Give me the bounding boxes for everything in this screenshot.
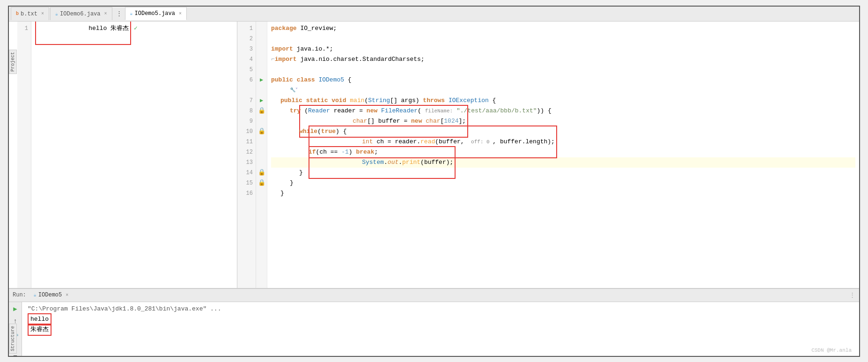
run-tab-close[interactable]: ×	[66, 293, 68, 298]
left-code-content[interactable]: hello 朱睿杰 ✓	[31, 22, 237, 288]
tab-btxt[interactable]: b b.txt ×	[11, 7, 49, 20]
right-code-content[interactable]: package IO_review; import java.io.*; ⌐im…	[267, 22, 859, 288]
ide-window: b b.txt × ☕ IODemo6.java × ⋮ ☕ IODemo5.j…	[8, 6, 860, 357]
left-line-1: hello 朱睿杰 ✓	[35, 23, 233, 34]
tab-more-button[interactable]: ⋮	[113, 8, 125, 19]
run-output-line-1: hello	[28, 314, 853, 325]
left-editor-panel: 1 hello 朱睿杰 ✓	[17, 22, 237, 288]
tab-iodemo6[interactable]: ☕ IODemo6.java ×	[50, 7, 112, 20]
iodemo5-icon: ☕	[130, 11, 133, 16]
tab-btxt-close[interactable]: ×	[41, 11, 44, 16]
tab-bar: b b.txt × ☕ IODemo6.java × ⋮ ☕ IODemo5.j…	[9, 7, 859, 22]
code-line-7: public static void main(String[] args) t…	[271, 96, 855, 106]
code-line-16: }	[271, 188, 855, 199]
left-line-1-content: hello 朱睿杰	[88, 25, 129, 32]
run-tab-bar: Run: ☕ IODemo5 × ⋮	[9, 289, 859, 302]
run-zhurj-boxed: 朱睿杰	[28, 324, 51, 336]
run-output: "C:\Program Files\Java\jdk1.8.0_281\bin\…	[22, 302, 859, 356]
checkmark-icon: ✓	[134, 23, 138, 34]
main-area: Project 1 hello 朱睿杰 ✓	[9, 22, 859, 288]
run-tab-iodemo5[interactable]: ☕ IODemo5 ×	[30, 291, 72, 299]
tab-btxt-label: b.txt	[21, 11, 37, 17]
tab-iodemo5-label: IODemo5.java	[135, 10, 175, 17]
tab-iodemo6-close[interactable]: ×	[104, 11, 107, 16]
run-tab-icon: ☕	[34, 292, 37, 298]
code-line-11: int ch = reader.read(buffer, off: 0 , bu…	[271, 137, 855, 147]
code-line-3: import java.io.*;	[271, 44, 855, 54]
line13-redbox: System.out.print(buffer);	[309, 146, 456, 179]
code-line-1: package IO_review;	[271, 23, 855, 34]
run-output-line-2: 朱睿杰	[28, 325, 853, 335]
code-line-9: char[] buffer = new char[1024];	[271, 116, 855, 126]
run-icon-6[interactable]: ▶	[256, 75, 267, 85]
left-line-numbers: 1	[17, 22, 31, 288]
code-line-2	[271, 34, 855, 44]
run-icon-7[interactable]: ▶	[256, 96, 267, 106]
tab-iodemo5-close[interactable]: ×	[179, 11, 182, 16]
code-line-6: public class IODemo5 {	[271, 75, 855, 85]
left-editor: 1 hello 朱睿杰 ✓	[17, 22, 237, 288]
code-line-4: ⌐import java.nio.charset.StandardCharset…	[271, 54, 855, 65]
hello-redbox: hello 朱睿杰	[35, 22, 131, 45]
run-label: Run:	[13, 292, 26, 298]
iodemo6-icon: ☕	[55, 11, 58, 17]
run-play-button[interactable]: ▶	[13, 304, 17, 314]
run-cmd-text: "C:\Program Files\Java\jdk1.8.0_281\bin\…	[28, 304, 221, 314]
project-sidebar-label[interactable]: Project	[9, 50, 17, 74]
run-cmd-line: "C:\Program Files\Java\jdk1.8.0_281\bin\…	[28, 304, 853, 314]
tab-iodemo5[interactable]: ☕ IODemo5.java ×	[125, 7, 187, 20]
gutter: ▶ ▶ 🔒 🔒 🔒 🔒	[256, 22, 267, 288]
run-tab-label: IODemo5	[38, 292, 62, 298]
code-line-5	[271, 65, 855, 75]
right-editor: 1 2 3 4 5 6 7 8 9 10 11 12 13 14 15 16	[237, 22, 859, 288]
code-line-13: System.out.print(buffer);	[271, 157, 855, 168]
structure-sidebar-label[interactable]: Structure	[9, 324, 17, 354]
deco-icon: 🔧˅	[290, 85, 298, 96]
watermark: CSDN @Mr.anla	[811, 347, 852, 353]
code-line-15: }	[271, 178, 855, 188]
run-content: ▶ ↑ 🔧 ↓ ☰ "C:\Program Files\Java\jdk1.8.…	[9, 302, 859, 356]
right-editor-panel: 1 2 3 4 5 6 7 8 9 10 11 12 13 14 15 16	[237, 22, 859, 288]
right-line-numbers: 1 2 3 4 5 6 7 8 9 10 11 12 13 14 15 16	[237, 22, 256, 288]
tab-iodemo6-label: IODemo6.java	[60, 11, 100, 17]
code-line-deco: 🔧˅	[271, 85, 855, 96]
btxt-icon: b	[16, 11, 19, 16]
run-panel-dots: ⋮	[849, 291, 855, 299]
run-panel: Run: ☕ IODemo5 × ⋮ ▶ ↑ 🔧 ↓ ☰ "C:\Program…	[9, 288, 859, 356]
